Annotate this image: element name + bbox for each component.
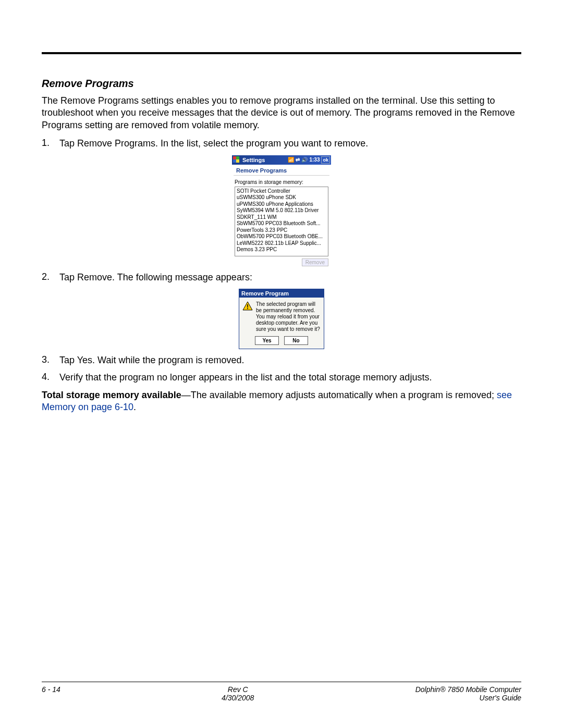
list-item[interactable]: LeWM5222 802.11b LEAP Supplic... <box>237 240 326 247</box>
step-number: 1. <box>42 138 59 150</box>
yes-button[interactable]: Yes <box>255 336 279 345</box>
wm-titlebar: Settings 📶 ⇄ 🔊 1:33 ok <box>232 155 331 165</box>
list-item[interactable]: SyWM5394 WM 5.0 802.11b Driver <box>237 207 326 214</box>
dialog-message: The selected program will be permanently… <box>256 301 321 332</box>
wm-time: 1:33 <box>309 157 320 163</box>
list-item[interactable]: SbWM5700 PPC03 Bluetooth Soft... <box>237 220 326 227</box>
list-item[interactable]: PowerTools 3.23 PPC <box>237 227 326 234</box>
remove-button[interactable]: Remove <box>302 258 328 266</box>
final-paragraph: Total storage memory available—The avail… <box>42 389 521 414</box>
speaker-icon: 🔊 <box>301 157 308 163</box>
no-button[interactable]: No <box>284 336 308 345</box>
list-item[interactable]: ObWM5700 PPC03 Bluetooth OBE... <box>237 233 326 240</box>
step-text: Tap Yes. Wait while the program is remov… <box>59 354 244 366</box>
section-heading: Remove Programs <box>42 78 521 90</box>
ok-button[interactable]: ok <box>321 156 330 164</box>
step-4: 4. Verify that the program no longer app… <box>42 372 521 384</box>
page-footer: 6 - 14 Rev C 4/30/2008 Dolphin® 7850 Mob… <box>42 682 521 702</box>
screenshot-remove-programs: Settings 📶 ⇄ 🔊 1:33 ok Remove Programs P… <box>232 155 331 266</box>
footer-doc-title: Dolphin® 7850 Mobile Computer <box>415 685 521 694</box>
list-item[interactable]: uSWMS300 uPhone SDK <box>237 194 326 201</box>
step-number: 2. <box>42 272 59 283</box>
footer-rev: Rev C <box>222 685 254 694</box>
warning-icon: ! <box>242 301 253 311</box>
top-rule <box>42 52 521 54</box>
step-text: Tap Remove. The following message appear… <box>59 272 252 283</box>
start-flag-icon <box>233 156 240 163</box>
step-number: 4. <box>42 372 59 384</box>
step-3: 3. Tap Yes. Wait while the program is re… <box>42 354 521 366</box>
dialog-title: Remove Program <box>239 289 324 298</box>
sync-icon: ⇄ <box>296 157 300 163</box>
svg-text:!: ! <box>247 303 249 311</box>
list-item[interactable]: uPWMS300 uPhone Applications <box>237 201 326 208</box>
footer-page-number: 6 - 14 <box>42 685 60 702</box>
screenshot-confirm-dialog: Remove Program ! The selected program wi… <box>239 289 324 349</box>
list-item[interactable]: Demos 3.23 PPC <box>237 246 326 253</box>
intro-paragraph: The Remove Programs settings enables you… <box>42 95 521 131</box>
step-number: 3. <box>42 354 59 366</box>
list-item[interactable]: SDKRT_111 WM <box>237 214 326 221</box>
footer-date: 4/30/2008 <box>222 694 254 702</box>
step-text: Verify that the program no longer appear… <box>59 372 432 384</box>
step-1: 1. Tap Remove Programs. In the list, sel… <box>42 138 521 150</box>
wm-title: Settings <box>242 157 265 163</box>
signal-icon: 📶 <box>288 157 294 163</box>
programs-listbox[interactable]: SOTI Pocket Controller uSWMS300 uPhone S… <box>235 187 328 256</box>
step-2: 2. Tap Remove. The following message app… <box>42 272 521 283</box>
footer-doc-subtitle: User's Guide <box>415 694 521 702</box>
list-item[interactable]: SOTI Pocket Controller <box>237 188 326 195</box>
programs-label: Programs in storage memory: <box>232 176 331 187</box>
step-text: Tap Remove Programs. In the list, select… <box>59 138 368 150</box>
remove-programs-subhead: Remove Programs <box>234 165 329 176</box>
